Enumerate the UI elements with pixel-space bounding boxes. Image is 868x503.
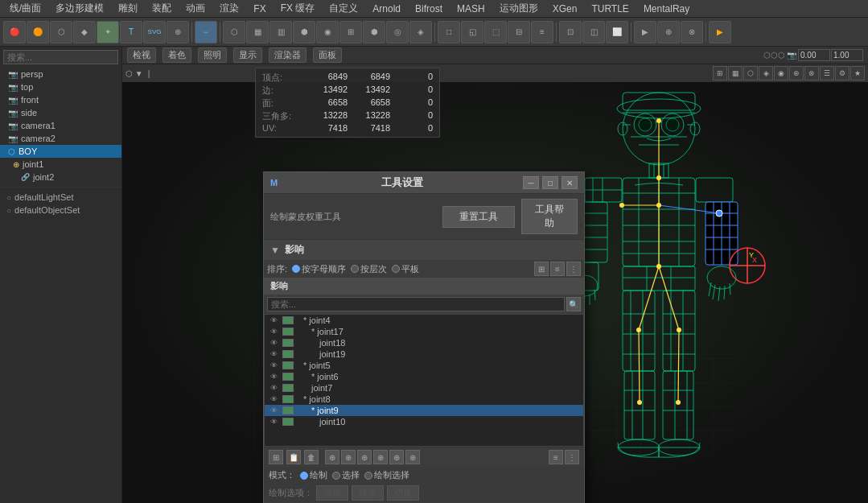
joint-item-joint9[interactable]: 👁 * joint9 bbox=[265, 405, 583, 416]
vp2-icon-10[interactable]: ★ bbox=[850, 66, 865, 80]
vp2-icon-9[interactable]: ⚙ bbox=[835, 66, 849, 80]
menu-fx[interactable]: FX bbox=[247, 2, 272, 16]
tool-icon-c[interactable]: ▥ bbox=[269, 21, 292, 43]
tool-icon-h[interactable]: ◎ bbox=[386, 21, 409, 43]
tool-icon-i[interactable]: ◈ bbox=[409, 21, 432, 43]
vp2-icon-5[interactable]: ◉ bbox=[774, 66, 788, 80]
sort-alpha-option[interactable]: 按字母顺序 bbox=[292, 263, 346, 275]
dialog-minimize-button[interactable]: ─ bbox=[523, 176, 539, 189]
tool-icon-o[interactable]: ◫ bbox=[582, 21, 605, 43]
tool-icon-3[interactable]: ⬡ bbox=[50, 21, 72, 43]
search-icon[interactable]: 🔍 bbox=[566, 297, 581, 311]
tool-icon-cube[interactable]: ⬚ bbox=[484, 21, 507, 43]
bottom-icon-3[interactable]: 🗑 bbox=[304, 450, 319, 464]
vp2-icon-1[interactable]: ⊞ bbox=[713, 66, 727, 80]
menu-xgen[interactable]: XGen bbox=[546, 2, 584, 16]
coord-y-input[interactable] bbox=[831, 49, 863, 61]
coord-x-input[interactable] bbox=[798, 49, 830, 61]
menu-fx-cache[interactable]: FX 缓存 bbox=[274, 0, 322, 17]
menu-curves-surfaces[interactable]: 线/曲面 bbox=[3, 0, 47, 17]
vp2-icon-3[interactable]: ⬡ bbox=[743, 66, 758, 80]
menu-motion-graphics[interactable]: 运动图形 bbox=[493, 0, 545, 17]
tool-icon-render[interactable]: ▶ bbox=[709, 21, 731, 43]
menu-rigging[interactable]: 装配 bbox=[146, 0, 178, 17]
outliner-item-joint2[interactable]: 🔗 joint2 bbox=[0, 171, 121, 183]
outliner-search-input[interactable] bbox=[3, 50, 118, 64]
outliner-item-boy[interactable]: ⬡ BOY bbox=[0, 145, 121, 158]
vp2-icon-8[interactable]: ☰ bbox=[820, 66, 834, 80]
outliner-item-camera2[interactable]: 📷 camera2 bbox=[0, 132, 121, 145]
dialog-close-button[interactable]: ✕ bbox=[562, 176, 578, 189]
sort-icon-1[interactable]: ⊞ bbox=[534, 262, 549, 276]
vp2-cam-selector[interactable]: ⬡ ▼ bbox=[125, 69, 143, 78]
outliner-item-default-object-set[interactable]: ○ defaultObjectSet bbox=[0, 204, 121, 216]
viewport-area[interactable]: 检视 着色 照明 显示 渲染器 面板 ⬡⬡⬡ 📷 ⬡ ▼ | ⊞ ▦ ⬡ bbox=[122, 47, 868, 503]
tool-icon-1[interactable]: 🔴 bbox=[3, 21, 26, 43]
menu-sculpt[interactable]: 雕刻 bbox=[112, 0, 144, 17]
outliner-item-camera1[interactable]: 📷 camera1 bbox=[0, 119, 121, 132]
tool-icon-f[interactable]: ⊞ bbox=[339, 21, 362, 43]
tool-icon-d[interactable]: ⬢ bbox=[293, 21, 315, 43]
tool-icon-k[interactable]: ◱ bbox=[461, 21, 483, 43]
joint-list[interactable]: 👁 * joint4 👁 * joint17 👁 joint18 bbox=[264, 314, 584, 447]
tool-icon-n[interactable]: ⊡ bbox=[559, 21, 582, 43]
sort-hierarchy-option[interactable]: 按层次 bbox=[351, 263, 387, 275]
bottom-icon-joint-5[interactable]: ⊕ bbox=[389, 450, 404, 464]
joint-item-joint7[interactable]: 👁 joint7 bbox=[265, 382, 583, 394]
tool-icon-7[interactable]: ⊕ bbox=[167, 21, 189, 43]
outliner-item-joint1[interactable]: ⊕ joint1 bbox=[0, 158, 121, 171]
menu-custom[interactable]: 自定义 bbox=[323, 0, 364, 17]
joint-item-joint8[interactable]: 👁 * joint8 bbox=[265, 394, 583, 405]
vp2-icon-6[interactable]: ⊕ bbox=[789, 66, 804, 80]
vp-menu-panel[interactable]: 面板 bbox=[313, 47, 342, 63]
menu-animation[interactable]: 动画 bbox=[179, 0, 212, 17]
reset-tool-button[interactable]: 重置工具 bbox=[442, 206, 515, 228]
tool-icon-svg[interactable]: SVG bbox=[143, 21, 166, 43]
joint-item-joint10[interactable]: 👁 joint10 bbox=[265, 416, 583, 427]
tool-icon-b[interactable]: ▦ bbox=[246, 21, 269, 43]
mode-paint-select-option[interactable]: 绘制选择 bbox=[364, 469, 409, 481]
vp-menu-inspect[interactable]: 检视 bbox=[127, 47, 156, 63]
bottom-icon-r2[interactable]: ⋮ bbox=[565, 450, 579, 464]
tool-help-button[interactable]: 工具帮助 bbox=[521, 199, 578, 234]
menu-arnold[interactable]: Arnold bbox=[366, 2, 407, 16]
bottom-icon-joint-3[interactable]: ⊕ bbox=[357, 450, 372, 464]
sort-icon-2[interactable]: ≡ bbox=[550, 262, 565, 276]
tool-icon-s[interactable]: ⊗ bbox=[681, 21, 703, 43]
menu-mash[interactable]: MASH bbox=[450, 2, 492, 16]
vp2-icon-2[interactable]: ▦ bbox=[728, 66, 743, 80]
bottom-icon-2[interactable]: 📋 bbox=[286, 450, 301, 464]
tool-icon-q[interactable]: ▶ bbox=[634, 21, 656, 43]
vp-menu-shade[interactable]: 着色 bbox=[162, 47, 191, 63]
outliner-item-side[interactable]: 📷 side bbox=[0, 106, 121, 119]
influence-section-header[interactable]: ▼ 影响 bbox=[264, 240, 584, 260]
joint-item-joint17[interactable]: 👁 * joint17 bbox=[265, 326, 583, 337]
tool-icon-a[interactable]: ⬡ bbox=[223, 21, 245, 43]
tool-icon-j[interactable]: □ bbox=[438, 21, 460, 43]
bottom-icon-joint-1[interactable]: ⊕ bbox=[325, 450, 339, 464]
mode-paint-option[interactable]: 绘制 bbox=[300, 469, 327, 481]
joint-item-joint19[interactable]: 👁 joint19 bbox=[265, 348, 583, 360]
menu-mental-ray[interactable]: MentalRay bbox=[637, 2, 696, 16]
tool-icon-r[interactable]: ⊕ bbox=[657, 21, 680, 43]
bottom-icon-r1[interactable]: ≡ bbox=[549, 450, 563, 464]
menu-poly-modeling[interactable]: 多边形建模 bbox=[49, 0, 110, 17]
outliner-item-top[interactable]: 📷 top bbox=[0, 80, 121, 93]
joint-item-joint4[interactable]: 👁 * joint4 bbox=[265, 315, 583, 326]
bottom-icon-joint-2[interactable]: ⊕ bbox=[341, 450, 356, 464]
tool-icon-g[interactable]: ⬢ bbox=[363, 21, 385, 43]
menu-turtle[interactable]: TURTLE bbox=[585, 2, 635, 16]
bottom-icon-1[interactable]: ⊞ bbox=[269, 450, 283, 464]
tool-icon-5[interactable]: ✦ bbox=[97, 21, 119, 43]
outliner-item-front[interactable]: 📷 front bbox=[0, 93, 121, 106]
bottom-icon-joint-4[interactable]: ⊕ bbox=[373, 450, 388, 464]
bottom-icon-joint-6[interactable]: ⊕ bbox=[405, 450, 420, 464]
vp2-icon-4[interactable]: ◈ bbox=[759, 66, 773, 80]
vp-menu-display[interactable]: 显示 bbox=[233, 47, 262, 63]
tool-icon-move[interactable]: ↔ bbox=[195, 21, 217, 43]
vp-menu-lighting[interactable]: 照明 bbox=[198, 47, 227, 63]
sort-flat-option[interactable]: 平板 bbox=[392, 263, 419, 275]
tool-icon-6[interactable]: T bbox=[120, 21, 142, 43]
tool-icon-l[interactable]: ⊟ bbox=[508, 21, 530, 43]
mode-select-option[interactable]: 选择 bbox=[332, 469, 360, 481]
